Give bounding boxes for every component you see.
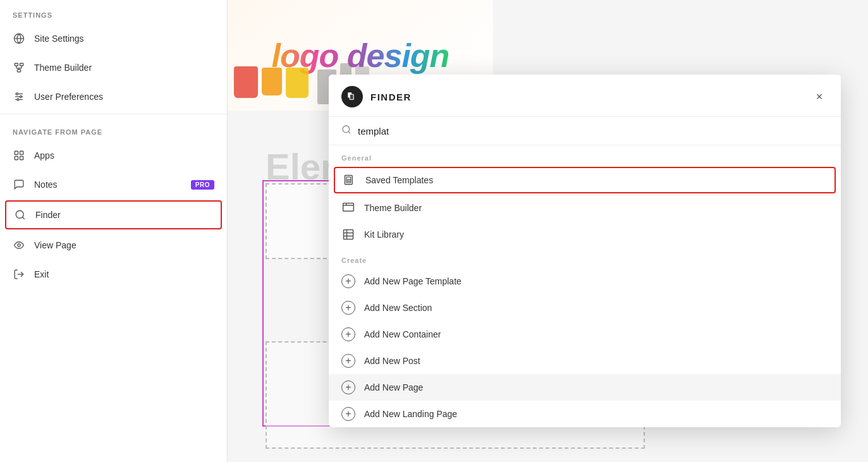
notes-label: Notes xyxy=(34,179,58,190)
site-settings-label: Site Settings xyxy=(34,33,84,44)
finder-item-kit-library[interactable]: Kit Library xyxy=(329,221,841,248)
general-section-label: General xyxy=(329,145,841,166)
svg-rect-4 xyxy=(17,70,20,72)
svg-line-27 xyxy=(348,131,350,133)
sidebar-item-apps[interactable]: Apps xyxy=(0,141,227,170)
finder-item-add-section[interactable]: + Add New Section xyxy=(329,295,841,321)
svg-point-26 xyxy=(343,126,350,133)
plus-icon-6: + xyxy=(341,407,355,421)
settings-section-label: SETTINGS xyxy=(0,0,227,24)
finder-item-add-landing-page[interactable]: + Add New Landing Page xyxy=(329,401,841,427)
view-page-icon xyxy=(13,239,25,252)
globe-icon xyxy=(13,32,25,45)
kit-library-text: Kit Library xyxy=(364,229,404,240)
svg-point-12 xyxy=(16,93,18,95)
add-landing-page-text: Add New Landing Page xyxy=(364,409,457,419)
svg-rect-15 xyxy=(15,151,18,154)
svg-point-21 xyxy=(18,244,21,247)
svg-rect-18 xyxy=(20,157,23,160)
saved-templates-icon xyxy=(343,173,357,187)
add-container-text: Add New Container xyxy=(364,329,441,339)
svg-point-19 xyxy=(16,210,23,218)
finder-item-add-page[interactable]: + Add New Page xyxy=(329,374,841,401)
plus-icon-2: + xyxy=(341,301,355,315)
sidebar-item-notes[interactable]: Notes PRO xyxy=(0,170,227,199)
svg-rect-2 xyxy=(15,63,18,66)
add-section-text: Add New Section xyxy=(364,303,432,313)
exit-label: Exit xyxy=(34,269,49,279)
create-section-label: Create xyxy=(329,248,841,268)
svg-rect-35 xyxy=(344,230,353,240)
svg-point-14 xyxy=(17,99,19,100)
svg-line-20 xyxy=(22,217,24,219)
sidebar-item-site-settings[interactable]: Site Settings xyxy=(0,24,227,53)
add-page-text: Add New Page xyxy=(364,382,423,392)
pro-badge: PRO xyxy=(191,180,214,190)
finder-item-saved-templates[interactable]: Saved Templates xyxy=(334,167,836,193)
exit-icon xyxy=(13,268,25,281)
navigate-section-label: NAVIGATE FROM PAGE xyxy=(0,117,227,141)
logo-design-text: logo design xyxy=(272,37,449,75)
apps-label: Apps xyxy=(34,150,54,161)
finder-item-add-page-template[interactable]: + Add New Page Template xyxy=(329,268,841,295)
kit-library-icon xyxy=(341,228,355,241)
saved-templates-text: Saved Templates xyxy=(365,175,433,185)
notes-icon xyxy=(13,178,25,191)
svg-rect-3 xyxy=(20,63,23,66)
sidebar-item-theme-builder[interactable]: Theme Builder xyxy=(0,53,227,82)
plus-icon-5: + xyxy=(341,380,355,394)
finder-close-button[interactable]: × xyxy=(810,88,828,106)
sliders-icon xyxy=(13,90,25,103)
sidebar: SETTINGS Site Settings Theme Builder xyxy=(0,0,228,462)
sidebar-divider-1 xyxy=(0,114,227,114)
theme-builder-label: Theme Builder xyxy=(34,63,92,73)
svg-rect-24 xyxy=(350,94,353,99)
sitemap-icon xyxy=(13,61,25,74)
apps-icon xyxy=(13,149,25,162)
sidebar-item-view-page[interactable]: View Page xyxy=(0,231,227,260)
search-input[interactable] xyxy=(358,126,828,137)
svg-rect-17 xyxy=(15,157,18,160)
sidebar-item-exit[interactable]: Exit xyxy=(0,260,227,289)
finder-title: FINDER xyxy=(370,92,803,102)
finder-header: FINDER × xyxy=(329,75,841,117)
theme-builder-icon xyxy=(341,201,355,215)
svg-rect-32 xyxy=(343,204,354,212)
view-page-label: View Page xyxy=(34,240,76,250)
finder-modal: FINDER × General xyxy=(329,75,841,427)
sidebar-item-finder[interactable]: Finder xyxy=(5,200,222,229)
finder-icon xyxy=(14,209,27,221)
finder-label: Finder xyxy=(35,210,61,220)
user-preferences-label: User Preferences xyxy=(34,92,103,102)
svg-rect-16 xyxy=(20,151,23,154)
plus-icon-1: + xyxy=(341,274,355,288)
finder-item-add-container[interactable]: + Add New Container xyxy=(329,321,841,348)
canvas-area: logo design Eleme ‹ FI xyxy=(228,0,868,462)
finder-search-bar xyxy=(329,117,841,145)
plus-icon-4: + xyxy=(341,354,355,368)
finder-item-add-post[interactable]: + Add New Post xyxy=(329,348,841,374)
add-page-template-text: Add New Page Template xyxy=(364,276,462,286)
plus-icon-3: + xyxy=(341,327,355,341)
search-icon xyxy=(341,125,351,137)
finder-results: General Saved Templates xyxy=(329,145,841,427)
theme-builder-text: Theme Builder xyxy=(364,203,422,213)
finder-logo-icon xyxy=(341,86,363,107)
sidebar-item-user-preferences[interactable]: User Preferences xyxy=(0,82,227,111)
add-post-text: Add New Post xyxy=(364,356,420,366)
svg-point-13 xyxy=(20,96,22,98)
finder-item-theme-builder[interactable]: Theme Builder xyxy=(329,195,841,221)
